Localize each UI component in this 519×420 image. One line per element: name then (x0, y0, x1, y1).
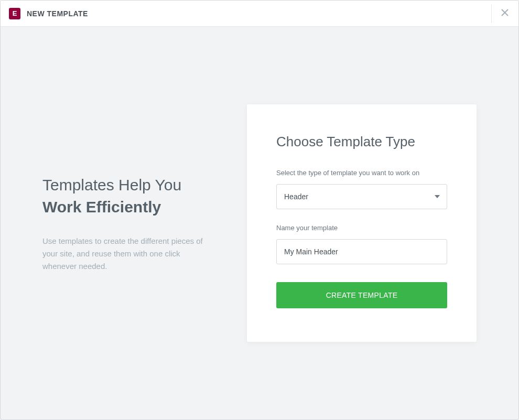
intro-column: Templates Help You Work Efficiently Use … (42, 174, 215, 273)
intro-description: Use templates to create the different pi… (42, 235, 215, 273)
template-type-select[interactable] (276, 184, 447, 209)
intro-headline: Templates Help You Work Efficiently (42, 174, 215, 218)
logo-text: E (13, 9, 17, 17)
close-icon (501, 9, 509, 18)
modal-title: NEW TEMPLATE (27, 9, 88, 18)
form-card-title: Choose Template Type (276, 134, 447, 150)
close-button[interactable] (491, 4, 510, 23)
template-name-input[interactable] (276, 239, 447, 264)
form-column: Choose Template Type Select the type of … (247, 104, 477, 342)
elementor-logo: E (9, 8, 20, 19)
header-left: E NEW TEMPLATE (9, 8, 88, 19)
create-template-button[interactable]: CREATE TEMPLATE (276, 282, 447, 308)
select-wrapper (276, 184, 447, 209)
headline-line1: Templates Help You (42, 176, 181, 193)
template-type-label: Select the type of template you want to … (276, 169, 447, 177)
modal-content: Templates Help You Work Efficiently Use … (1, 27, 518, 419)
template-name-group: Name your template (276, 224, 447, 264)
headline-line2: Work Efficiently (42, 196, 215, 218)
form-card: Choose Template Type Select the type of … (247, 104, 477, 342)
template-name-label: Name your template (276, 224, 447, 232)
modal-header: E NEW TEMPLATE (1, 1, 518, 27)
template-type-group: Select the type of template you want to … (276, 169, 447, 209)
